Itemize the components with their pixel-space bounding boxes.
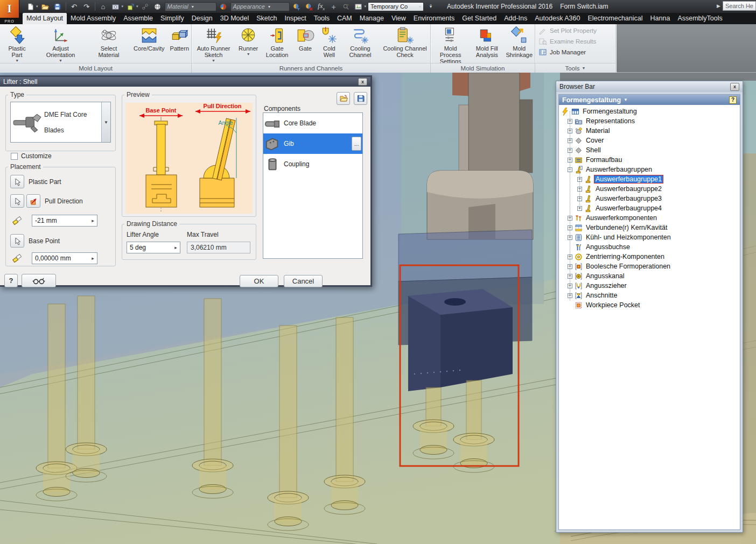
tree-item-label[interactable]: Representations: [585, 117, 636, 125]
tree-item-label[interactable]: Auswerferbaugruppe2: [594, 185, 663, 193]
redo-button[interactable]: ↷: [81, 2, 92, 11]
dialog-close-button[interactable]: x: [358, 78, 367, 86]
tree-item-anschnitte[interactable]: +Anschnitte: [559, 291, 740, 300]
lifter-angle-flyout[interactable]: ▸: [172, 242, 180, 253]
browser-help-button[interactable]: ?: [729, 96, 737, 104]
tree-item-angussbuchse[interactable]: Angussbuchse: [559, 242, 740, 252]
tab-inspect[interactable]: Inspect: [281, 13, 310, 24]
lifter-type-dropdown[interactable]: DME Flat Core Blades ▼: [10, 102, 111, 143]
tab-sketch[interactable]: Sketch: [253, 13, 281, 24]
tree-item-label[interactable]: Zentrierring-Komponenten: [585, 253, 666, 260]
tab-manage[interactable]: Manage: [356, 13, 388, 24]
mold-shrinkage-button[interactable]: Mold Shrinkage: [503, 26, 535, 59]
tab-cam[interactable]: CAM: [333, 13, 356, 24]
tab-3d-model[interactable]: 3D Model: [216, 13, 253, 24]
tree-item-zentrierring-komponenten[interactable]: +Zentrierring-Komponenten: [559, 252, 740, 262]
open-folder-button[interactable]: [40, 2, 51, 11]
select-pull-direction-button[interactable]: [10, 194, 24, 208]
tree-item-label[interactable]: Auswerferbaugruppe4: [594, 204, 663, 212]
dialog-help-button[interactable]: ?: [4, 274, 18, 287]
home-button[interactable]: ⌂: [98, 2, 109, 11]
ejector-pin[interactable]: [48, 304, 65, 468]
pull-offset-flyout[interactable]: ▸: [89, 215, 97, 226]
dropdown-caret-icon[interactable]: ▼: [212, 59, 215, 62]
appearance-clear-button[interactable]: [304, 2, 314, 11]
dropdown-caret-icon[interactable]: ▼: [59, 59, 62, 62]
ribbon-collapse-button[interactable]: ▾̄: [425, 2, 436, 11]
tree-item-verbundene-r-kern-kavität[interactable]: +Verbundene(r) Kern/Kavität: [559, 223, 740, 232]
tree-item-label[interactable]: Workpiece Pocket: [585, 301, 641, 309]
tree-item-auswerferbaugruppe3[interactable]: +Auswerferbaugruppe3: [559, 194, 740, 203]
tree-item-auswerferbaugruppen[interactable]: −Auswerferbaugruppen: [559, 165, 740, 174]
tab-mold-assembly[interactable]: Mold Assembly: [67, 13, 120, 24]
tree-item-auswerferbaugruppe4[interactable]: +Auswerferbaugruppe4: [559, 203, 740, 213]
new-document-button[interactable]: [25, 2, 36, 11]
tree-item-angusskanal[interactable]: +Angusskanal: [559, 271, 740, 281]
cold-well-button[interactable]: Cold Well: [318, 26, 341, 59]
tree-item-workpiece-pocket[interactable]: Workpiece Pocket: [559, 300, 740, 310]
lifter-angle-input[interactable]: [127, 244, 172, 251]
customize-checkbox[interactable]: Customize: [11, 152, 52, 160]
panel-dropdown-icon[interactable]: ▼: [582, 66, 585, 70]
base-offset-flyout[interactable]: ▸: [89, 253, 97, 264]
undo-button[interactable]: ↶: [69, 2, 80, 11]
search-expand-icon[interactable]: ▶: [717, 3, 720, 9]
tree-item-label[interactable]: Auswerferkomponenten: [585, 214, 658, 222]
measure-tool-button[interactable]: [140, 2, 151, 11]
mold-fill-button[interactable]: Mold Fill Analysis: [471, 26, 502, 59]
ejector-pin[interactable]: [78, 296, 95, 449]
tree-item-label[interactable]: Angusskanal: [585, 272, 626, 280]
housing-block-upper[interactable]: [398, 230, 532, 281]
tree-item-representations[interactable]: +Representations: [559, 116, 740, 126]
tree-item-label[interactable]: Material: [585, 127, 611, 135]
inventor-logo[interactable]: I PRO: [0, 0, 19, 24]
tab-get-started[interactable]: Get Started: [458, 13, 500, 24]
tree-item-label[interactable]: Anschnitte: [585, 292, 618, 299]
tree-item-angusszieher[interactable]: +Angusszieher: [559, 281, 740, 291]
component-item-gib[interactable]: Gib...: [263, 133, 362, 154]
dropdown-caret-icon[interactable]: ▼: [15, 59, 19, 62]
search-input[interactable]: Search He: [723, 1, 756, 11]
screenshot-button[interactable]: [110, 2, 121, 11]
tab-mold-layout[interactable]: Mold Layout: [23, 13, 67, 24]
runner-button[interactable]: Runner▼: [236, 26, 260, 56]
plastic-part-button[interactable]: Plastic Part▼: [0, 26, 34, 63]
export-box-button[interactable]: [125, 2, 136, 11]
cooling-check-button[interactable]: Cooling Channel Check: [380, 26, 430, 59]
adjust-orientation-button[interactable]: Adjust Orientation▼: [35, 26, 86, 63]
tree-item-auswerferbaugruppe1[interactable]: +Auswerferbaugruppe1: [559, 174, 740, 184]
tab-electromechanical[interactable]: Electromechanical: [584, 13, 646, 24]
add-button[interactable]: ＋: [328, 2, 339, 11]
gate-location-button[interactable]: Gate Location: [261, 26, 293, 59]
tree-item-cover[interactable]: +Cover: [559, 136, 740, 145]
tree-item-label[interactable]: Auswerferbaugruppe3: [594, 195, 663, 202]
globe-button[interactable]: [152, 2, 163, 11]
open-template-button[interactable]: [337, 92, 350, 105]
tab-assemblytools[interactable]: AssemblyTools: [674, 13, 726, 24]
material-select[interactable]: Material▾: [165, 2, 216, 11]
tree-item-shell[interactable]: +Shell: [559, 145, 740, 155]
pull-offset-input[interactable]: [32, 217, 89, 224]
tab-environments[interactable]: Environments: [410, 13, 458, 24]
cooling-channel-button[interactable]: Cooling Channel: [342, 26, 379, 59]
tree-item-label[interactable]: Auswerferbaugruppen: [585, 166, 653, 173]
cancel-button[interactable]: Cancel: [284, 275, 323, 287]
select-plastic-part-button[interactable]: [10, 175, 24, 188]
select-base-point-button[interactable]: [10, 234, 24, 248]
tab-assemble[interactable]: Assemble: [120, 13, 157, 24]
appearance-sphere-button[interactable]: [218, 2, 229, 11]
tree-item-label[interactable]: Shell: [585, 146, 602, 154]
tree-item-formengestaltung[interactable]: Formengestaltung: [559, 107, 740, 116]
ejector-pin[interactable]: [279, 326, 297, 498]
customize-checkbox-box[interactable]: [11, 153, 18, 160]
tree-item-label[interactable]: Boolesche Formoperationen: [585, 263, 671, 270]
component-item-core-blade[interactable]: Core Blade: [263, 113, 362, 133]
job-manager-button[interactable]: Job Manager: [538, 48, 597, 56]
tab-design[interactable]: Design: [188, 13, 216, 24]
mold-process-button[interactable]: Mold Process Settings: [431, 26, 470, 65]
dialog-titlebar[interactable]: Lifter : Shell x: [0, 77, 370, 87]
save-button[interactable]: [52, 2, 63, 11]
save-template-button[interactable]: [354, 92, 367, 105]
ejector-pin[interactable]: [204, 299, 221, 465]
pull-direction-flip-button[interactable]: [26, 194, 40, 208]
